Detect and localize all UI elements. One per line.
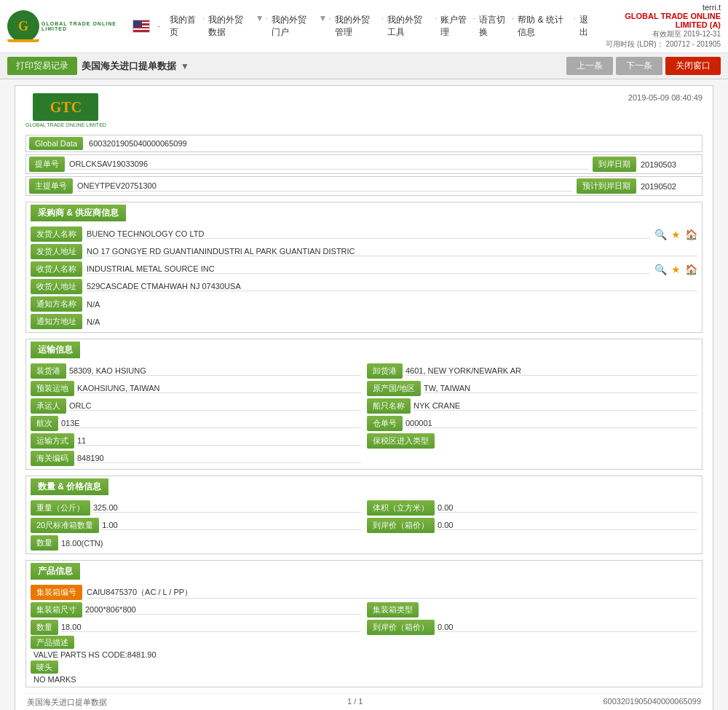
company-name: GLOBAL TRADE ONLINE LIMITED (A) [596,12,721,29]
pre-loading-label: 预装运地 [31,381,74,396]
warehouse-label: 仓单号 [367,416,403,431]
transport-section-title: 运输信息 [31,342,80,358]
container-20-label: 20尺标准箱数量 [31,518,99,533]
home-icon-2[interactable]: 🏠 [685,264,697,275]
volume-label: 体积（立方米） [367,500,435,516]
pre-loading-value: KAOHSIUNG, TAIWAN [77,384,361,393]
voyage-label: 航次 [31,416,58,431]
title-arrow: ▼ [181,61,189,71]
nav-account[interactable]: 账户管理 [438,13,472,39]
product-description-value: VALVE PARTS HS CODE:8481.90 [31,650,697,659]
nav-foreign-mgmt[interactable]: 我的外贸管理 [333,13,380,39]
master-bill-label: 主提单号 [29,178,73,194]
warehouse-value: 000001 [405,419,697,428]
unloading-port-value: 4601, NEW YORK/NEWARK AR [405,366,697,376]
shipper-section: 采购商 & 供应商信息 发货人名称 BUENO TECHNOLOGY CO LT… [25,202,703,333]
consignee-addr-label: 收货人地址 [31,279,82,294]
next-button[interactable]: 下一条 [616,57,662,75]
product-section: 产品信息 集装箱编号 CAIU8475370（AC / L / PP） 集装箱尺… [25,560,703,687]
origin-country-value: TW, TAIWAN [424,384,697,393]
global-data-value: 6003201905040000065099 [89,139,187,148]
container-size-label: 集装箱尺寸 [31,602,82,618]
quantity-section: 数量 & 价格信息 重量（公斤） 325.00 体积（立方米） 0.00 [25,476,703,554]
nav-import-data[interactable]: 我的外贸数据 [206,13,253,39]
product-description-label: 产品描述 [31,636,74,649]
nav-export-portal[interactable]: 我的外贸门户 [269,13,317,39]
search-icon-2[interactable]: 🔍 [654,264,667,275]
nav-help[interactable]: 帮助 & 统计信息 [515,13,572,39]
container-type-label: 集装箱类型 [367,602,419,618]
container-size-value: 2000*806*800 [85,605,361,615]
nav-language[interactable]: 语言切换 [477,13,510,39]
unloading-port-label: 卸货港 [367,363,403,379]
weight-label: 重量（公斤） [31,500,90,516]
ldr-value: 200712 - 201905 [665,40,721,48]
ldr-label: 可用时段 (LDR)： [606,40,663,48]
page-record-id: 6003201905040000065099 [603,697,701,708]
quantity-value: 18.00(CTN) [61,539,103,548]
arrival-date-value: 20190503 [641,160,699,169]
page-info: 美国海关进口提单数据 1 / 1 6003201905040000065099 [25,693,703,710]
vessel-value: NYK CRANE [414,401,697,411]
weight-value: 325.00 [93,503,361,513]
container-no-label: 集装箱编号 [31,585,82,600]
home-icon[interactable]: 🏠 [685,229,697,240]
loading-port-label: 装货港 [31,363,66,379]
shipper-addr-label: 发货人地址 [31,244,82,259]
nav-foreign-tools[interactable]: 我的外贸工具 [385,13,432,39]
doc-header: GTC GLOBAL TRADE ONLINE LIMITED 2019-05-… [25,93,703,127]
bill-no-label: 提单号 [29,157,65,172]
container-no-value: CAIU8475370（AC / L / PP） [87,587,697,599]
master-bill-row: 主提单号 ONEYTPEV20751300 预计到岸日期 20190502 [25,176,703,196]
global-data-label: Global Data [29,137,83,150]
nav-logout[interactable]: 退出 [577,13,596,39]
bonded-zone-label: 保税区进入类型 [367,433,435,449]
user-name: terri.t [596,3,721,12]
valid-until-label: 有效期至 [652,30,681,38]
marks-value: NO MARKS [31,675,697,684]
loading-port-value: 58309, KAO HSIUNG [69,366,361,376]
flag-icon [132,20,150,33]
marks-label: 唛头 [31,660,58,674]
page-source: 美国海关进口提单数据 [27,697,107,708]
top-toolbar: 打印贸易记录 美国海关进口提单数据 ▼ 上一条 下一条 关闭窗口 [0,53,728,79]
consignee-name-value: INDUSTRIAL METAL SOURCE INC [87,264,650,274]
volume-value: 0.00 [438,503,697,513]
arrival-price-value: 0.00 [438,521,697,530]
search-icon[interactable]: 🔍 [654,229,667,240]
arrival-date-label: 到岸日期 [593,157,636,172]
voyage-value: 013E [61,419,361,428]
container-20-value: 1.00 [102,521,361,530]
vessel-label: 船只名称 [367,398,411,414]
notify-addr-label: 通知方地址 [31,314,82,329]
transport-mode-label: 运输方式 [31,433,74,449]
shipper-name-value: BUENO TECHNOLOGY CO LTD [87,229,650,239]
master-bill-value: ONEYTPEV20751300 [77,181,572,192]
shipper-name-label: 发货人名称 [31,226,82,242]
close-button[interactable]: 关闭窗口 [665,57,721,75]
prev-button[interactable]: 上一条 [566,57,613,75]
doc-timestamp: 2019-05-09 08:40:49 [628,93,703,102]
arrival-price-label: 到岸价（箱价） [367,518,435,533]
customs-code-label: 海关编码 [31,451,74,466]
carrier-label: 承运人 [31,398,66,414]
global-data-row: Global Data 6003201905040000065099 [25,135,703,152]
product-section-title: 产品信息 [31,563,80,580]
bill-no-value: ORLCKSAV19033096 [69,159,588,170]
product-quantity-label: 数量 [31,620,58,635]
star-icon-2[interactable]: ★ [671,264,681,275]
top-nav: 我的首页 · 我的外贸数据 ▼ · 我的外贸门户 ▼ · 我的外贸管理 · 我的… [167,13,596,39]
page-number: 1 / 1 [347,697,363,708]
nav-home[interactable]: 我的首页 [167,13,201,39]
est-arrival-label: 预计到岸日期 [577,178,636,194]
shipper-section-title: 采购商 & 供应商信息 [31,205,126,221]
customs-code-value: 848190 [77,454,361,463]
print-trade-button[interactable]: 打印贸易记录 [7,57,77,75]
star-icon[interactable]: ★ [671,229,681,240]
transport-section: 运输信息 装货港 58309, KAO HSIUNG 卸货港 4601, NEW… [25,339,703,470]
quantity-section-title: 数量 & 价格信息 [31,478,108,495]
product-arrival-price-label: 到岸价（箱价） [367,620,435,635]
consignee-name-label: 收货人名称 [31,261,82,277]
notify-addr-value: N/A [87,317,697,326]
product-arrival-price-value: 0.00 [438,623,697,632]
